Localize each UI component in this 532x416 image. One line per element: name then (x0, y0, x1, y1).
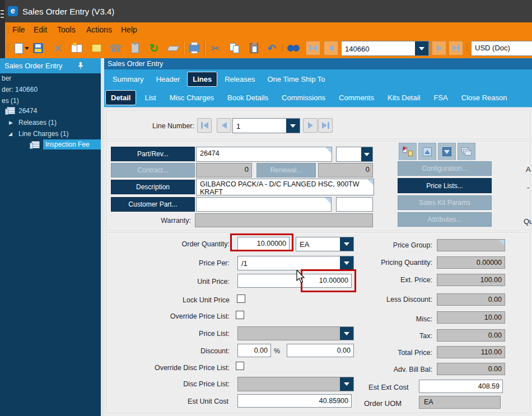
tree-item-order[interactable]: der: 140660 (2, 86, 38, 94)
clipped-label: Qu (524, 217, 532, 226)
part-rev-button[interactable]: Part/Rev... (111, 147, 195, 161)
menu-help[interactable]: Help (121, 25, 137, 34)
record-next-button[interactable] (432, 41, 446, 55)
tree-item-line-charges[interactable]: Line Charges (1) (18, 130, 68, 138)
print-icon[interactable] (187, 41, 202, 55)
tree-item-inspection-fee[interactable]: Inspection Fee (43, 139, 101, 149)
tab-summary[interactable]: Summary (108, 72, 149, 87)
chevron-expanded-icon[interactable]: ◢ (8, 131, 12, 137)
move-up-icon[interactable] (418, 143, 436, 160)
line-first-button[interactable] (197, 118, 212, 133)
subtab-misc-charges[interactable]: Misc Charges (165, 90, 219, 105)
disc-price-list-label: Disc Price List: (140, 380, 230, 388)
description-button[interactable]: Description (111, 180, 195, 194)
toolbar-grip-handle[interactable] (7, 44, 10, 51)
subtab-list[interactable]: List (139, 90, 161, 105)
est-unit-cost-field[interactable]: 40.85900 (237, 394, 352, 408)
clipped-label: A (526, 165, 531, 174)
tab-header[interactable]: Header (151, 72, 185, 87)
tab-one-time-ship-to[interactable]: One Time Ship To (262, 72, 330, 87)
tree-item-lines[interactable]: es (1) (2, 97, 19, 105)
search-binoculars-icon[interactable] (286, 41, 301, 55)
override-disc-price-list-checkbox[interactable] (236, 362, 244, 370)
attachment-icon[interactable] (128, 41, 142, 55)
customer-part-button[interactable]: Customer Part... (111, 197, 195, 212)
discount-percent-field[interactable]: 0.00 (237, 344, 271, 357)
cut-icon[interactable]: ✂ (208, 41, 222, 55)
part-number-field[interactable]: 26474 (196, 147, 332, 162)
est-ext-cost-field[interactable]: 408.59 (419, 380, 503, 393)
part-rev-combo[interactable] (336, 147, 373, 162)
paste-icon[interactable] (246, 41, 261, 55)
contacts-book-icon[interactable] (69, 41, 84, 55)
tab-releases[interactable]: Releases (220, 72, 260, 87)
pin-icon[interactable] (77, 62, 84, 69)
line-next-button[interactable] (303, 118, 318, 133)
customer-part-rev-field[interactable] (336, 197, 373, 212)
tree-item-releases[interactable]: Releases (1) (18, 119, 57, 127)
copy-icon[interactable] (227, 41, 242, 55)
menu-tools[interactable]: Tools (57, 25, 76, 34)
clear-icon[interactable] (166, 41, 180, 55)
layers-icon[interactable] (458, 143, 475, 160)
tab-lines[interactable]: Lines (187, 72, 217, 87)
tree-item-number[interactable]: ber (2, 74, 11, 82)
subtab-fsa[interactable]: FSA (429, 90, 453, 105)
chevron-down-icon[interactable] (361, 147, 372, 161)
chevron-down-icon[interactable] (340, 377, 353, 391)
memo-icon[interactable] (89, 41, 104, 55)
record-last-button[interactable] (449, 41, 463, 55)
chevron-down-icon[interactable] (415, 41, 428, 55)
menu-edit[interactable]: Edit (34, 25, 47, 34)
record-prev-button[interactable] (324, 41, 338, 55)
description-field[interactable]: GILBARCO PACK/A - D/C FLANGED HSC, 900TW… (196, 179, 374, 195)
subtab-kits-detail[interactable]: Kits Detail (382, 90, 426, 105)
sidebar-header[interactable]: Sales Order Entry (0, 58, 101, 73)
line-last-button[interactable] (318, 118, 333, 133)
window-title: Sales Order Entry (V3.4) (22, 7, 114, 16)
new-dropdown-icon[interactable] (24, 41, 30, 55)
toolbar-grip-handle[interactable] (466, 44, 469, 51)
percent-sign: % (274, 347, 280, 355)
toolbar-separator (204, 41, 205, 55)
tree-panel: ber der: 140660 es (1) 26474 ▶ Releases … (0, 73, 101, 416)
pricing-quantity-field: 0.00000 (437, 256, 505, 269)
currency-field[interactable]: USD (Doc) (471, 41, 532, 56)
part-swap-icon[interactable] (399, 143, 417, 160)
delete-icon[interactable]: ✕ (50, 41, 65, 55)
lock-unit-price-checkbox[interactable] (237, 295, 245, 303)
subtab-comments[interactable]: Comments (334, 90, 379, 105)
renewal-button: Renewal... (256, 163, 316, 177)
refresh-icon[interactable]: ↻ (147, 41, 161, 55)
move-down-icon[interactable] (438, 143, 456, 160)
subtab-detail[interactable]: Detail (105, 90, 136, 105)
toolbar-grip-handle[interactable] (282, 44, 284, 51)
override-price-list-checkbox[interactable] (236, 311, 244, 319)
menu-actions[interactable]: Actions (86, 25, 112, 34)
subtab-commissions[interactable]: Commissions (277, 90, 330, 105)
customer-part-field[interactable] (196, 197, 332, 212)
ext-price-label: Ext. Price: (343, 276, 432, 284)
menu-grip-handle[interactable] (7, 26, 10, 34)
pricing-quantity-label: Pricing Quantity: (343, 259, 432, 267)
menu-file[interactable]: File (12, 25, 25, 34)
discount-label: Discount: (140, 347, 230, 355)
subtab-close-reason[interactable]: Close Reason (456, 90, 512, 105)
line-doc-icon (7, 107, 15, 114)
undo-icon[interactable]: ↶ (264, 41, 279, 55)
tree-item-part[interactable]: 26474 (18, 107, 37, 115)
price-lists-button[interactable]: Price Lists... (398, 178, 492, 193)
line-prev-button[interactable] (217, 118, 231, 133)
subtab-book-details[interactable]: Book Details (222, 90, 273, 105)
record-first-button[interactable] (306, 41, 320, 55)
chevron-collapsed-icon[interactable]: ▶ (9, 120, 13, 125)
line-number-combo[interactable]: 1 (232, 118, 300, 133)
phone-icon[interactable]: ☎ (108, 41, 123, 55)
sidebar-splitter[interactable] (101, 58, 104, 416)
save-icon[interactable] (31, 41, 45, 55)
adv-bill-bal-label: Adv. Bill Bal: (343, 366, 432, 373)
price-per-combo[interactable]: /1 (237, 256, 354, 270)
chevron-down-icon[interactable] (286, 119, 300, 133)
record-number-combo[interactable]: 140660 (341, 41, 429, 56)
sales-order-entry-window: e Sales Order Entry (V3.4) File Edit Too… (0, 0, 532, 416)
